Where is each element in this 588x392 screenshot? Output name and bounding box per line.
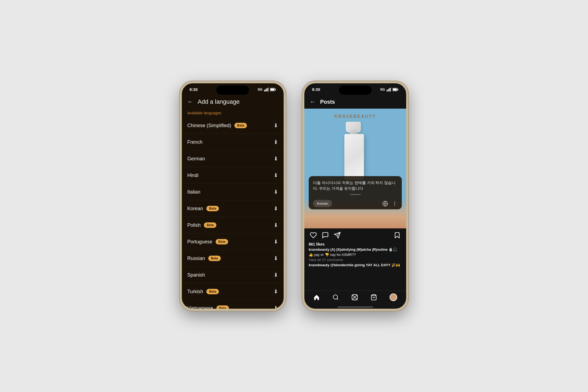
bookmark-icon[interactable] [394, 232, 401, 239]
language-name: Chinese (Simplified) [187, 123, 231, 128]
download-icon[interactable]: ⬇ [274, 139, 278, 145]
list-item[interactable]: Hindi ⬇ [182, 167, 284, 184]
list-item[interactable]: Russian Beta ⬇ [182, 250, 284, 267]
caption-icons [382, 201, 397, 207]
posts-header: ← Posts [304, 94, 406, 109]
right-phone: 9:30 5G ← Posts KRAVEBEAUTY [302, 81, 408, 311]
list-item[interactable]: Italian ⬇ [182, 184, 284, 200]
nav-reels[interactable] [351, 294, 358, 301]
list-item[interactable]: Portuguese Beta ⬇ [182, 234, 284, 250]
download-icon[interactable]: ⬇ [274, 305, 278, 311]
page-title-left: Add a language [198, 98, 240, 105]
nav-avatar[interactable] [390, 293, 397, 301]
language-selector-bar: Korean [313, 198, 397, 207]
post-caption: kravebeauty (A) (S)atisfying (M)atcha (R… [309, 247, 402, 252]
notch [216, 85, 249, 95]
back-button-right[interactable]: ← [310, 98, 316, 105]
section-label: Available languages [182, 109, 284, 116]
svg-rect-10 [390, 88, 391, 91]
svg-point-25 [356, 295, 357, 296]
language-left: Portuguese Beta [187, 239, 228, 245]
signal-bars-icon [264, 88, 268, 91]
back-button-left[interactable]: ← [187, 98, 193, 105]
comment-icon[interactable] [322, 232, 329, 239]
list-item[interactable]: Spanish ⬇ [182, 267, 284, 283]
download-icon[interactable]: ⬇ [274, 288, 278, 295]
download-icon[interactable]: ⬇ [274, 205, 278, 212]
download-icon[interactable]: ⬇ [274, 272, 278, 278]
post-info: 861 likes kravebeauty (A) (S)atisfying (… [304, 242, 406, 270]
language-left: Italian [187, 189, 200, 195]
language-name: Korean [187, 206, 203, 212]
svg-rect-3 [268, 88, 269, 91]
translate-icon[interactable] [382, 201, 388, 207]
post-extra: 👍 yay or 👎 nay for ASMR?? [309, 253, 402, 257]
language-left: Chinese (Simplified) Beta [187, 123, 247, 128]
language-name: German [187, 156, 205, 162]
language-left: Vietnamese Beta [187, 305, 229, 311]
language-left: Spanish [187, 272, 205, 278]
selected-language[interactable]: Korean [313, 200, 332, 207]
nav-shop[interactable] [370, 294, 377, 301]
bottom-nav [304, 290, 406, 307]
language-name: Portuguese [187, 239, 212, 245]
download-icon[interactable]: ⬇ [274, 222, 278, 228]
svg-point-27 [356, 299, 357, 299]
download-icon[interactable]: ⬇ [274, 189, 278, 195]
list-item[interactable]: French ⬇ [182, 134, 284, 151]
brand-text: KRAVEBEAUTY [334, 114, 376, 119]
list-item[interactable]: Korean Beta ⬇ [182, 200, 284, 217]
svg-rect-8 [388, 89, 389, 91]
signal-left: 5G [258, 87, 262, 91]
svg-point-26 [353, 299, 353, 299]
view-all-comments[interactable]: View all 37 comments [309, 258, 402, 262]
action-bar [304, 228, 406, 242]
language-left: Polish Beta [187, 222, 216, 228]
svg-rect-2 [267, 88, 267, 91]
language-left: French [187, 139, 203, 145]
status-icons-left: 5G [258, 87, 276, 91]
svg-rect-13 [398, 89, 399, 90]
list-item[interactable]: Polish Beta ⬇ [182, 217, 284, 234]
language-name: Russian [187, 256, 205, 261]
download-icon[interactable]: ⬇ [274, 255, 278, 262]
language-name: Vietnamese [187, 305, 213, 311]
svg-rect-9 [389, 88, 390, 91]
like-icon[interactable] [310, 232, 317, 239]
post-username: kravebeauty [309, 247, 329, 252]
battery-icon-right [393, 88, 399, 91]
beta-badge: Beta [206, 206, 219, 211]
nav-search[interactable] [332, 294, 339, 301]
more-icon[interactable] [392, 201, 397, 206]
share-icon[interactable] [334, 232, 341, 239]
svg-rect-0 [264, 90, 265, 91]
comment-preview: kravebeauty @blondechile giving YAY ALL … [309, 263, 402, 267]
caption-text: 다들 아시다시피 저희는 판매를 거의 하지 않습니다. 우리는 가격을 유지합… [313, 180, 397, 191]
comment-text: @blondechile giving YAY ALL DAYY 🎉🙌 [330, 263, 400, 267]
nav-home[interactable] [313, 294, 320, 301]
notch-right [339, 85, 372, 95]
list-item[interactable]: Chinese (Simplified) Beta ⬇ [182, 117, 284, 134]
download-icon[interactable]: ⬇ [274, 172, 278, 179]
language-left: Russian Beta [187, 256, 221, 261]
svg-rect-7 [387, 90, 387, 91]
left-phone: 9:30 5G ← Add a language Available langu… [180, 81, 286, 311]
download-icon[interactable]: ⬇ [274, 122, 278, 129]
list-item[interactable]: Vietnamese Beta ⬇ [182, 300, 284, 311]
beta-badge: Beta [234, 123, 247, 128]
home-indicator [338, 307, 373, 308]
list-item[interactable]: Turkish Beta ⬇ [182, 283, 284, 300]
language-left: German [187, 156, 205, 162]
tube-body [344, 134, 364, 180]
download-icon[interactable]: ⬇ [274, 238, 278, 245]
language-left: Korean Beta [187, 206, 219, 212]
list-item[interactable]: German ⬇ [182, 151, 284, 167]
beta-badge: Beta [206, 289, 219, 294]
language-name: French [187, 139, 203, 145]
svg-point-17 [394, 205, 395, 206]
download-icon[interactable]: ⬇ [274, 155, 278, 162]
battery-icon [270, 88, 276, 91]
svg-point-24 [353, 295, 353, 296]
language-name: Polish [187, 222, 201, 228]
beta-badge: Beta [216, 305, 229, 311]
